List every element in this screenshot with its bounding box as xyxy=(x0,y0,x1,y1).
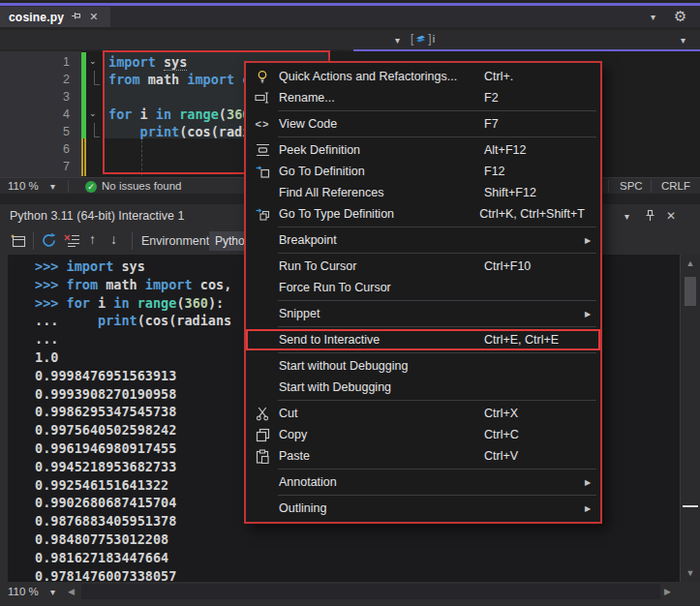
interactive-zoom-dropdown-icon[interactable]: ▾ xyxy=(50,588,55,597)
menu-item-view-code[interactable]: <>View CodeF7 xyxy=(246,113,600,135)
menu-item-paste[interactable]: PasteCtrl+V xyxy=(246,445,600,467)
menu-item-quick-actions-and-refactorings[interactable]: Quick Actions and Refactorings...Ctrl+. xyxy=(246,66,600,87)
menu-item-run-to-cursor[interactable]: Run To CursorCtrl+F10 xyxy=(246,256,600,277)
menu-item-shortcut: Alt+F12 xyxy=(484,143,585,157)
repl-line: ... print(cos(radians xyxy=(35,312,231,330)
tabstrip-dropdown-icon[interactable]: ▾ xyxy=(651,13,655,22)
scroll-marker xyxy=(683,505,698,507)
editor-gutter: 1234567 xyxy=(0,51,81,177)
menu-item-copy[interactable]: CopyCtrl+C xyxy=(246,424,600,445)
scroll-up-icon[interactable]: ▲ xyxy=(681,259,700,268)
menu-item-shortcut: Ctrl+V xyxy=(484,449,585,463)
scroll-left-icon[interactable]: ◀ xyxy=(68,588,75,596)
repl-line: >>> from math import cos, xyxy=(35,276,231,294)
repl-output: 0.984807753012208 xyxy=(35,530,231,549)
interactive-zoom-level[interactable]: 110 % xyxy=(8,586,39,597)
vs-window: cosine.py ✕ ▾ ⚙ ▾ [ ] i ▾ 1234567 ⌄ ⌄ xyxy=(0,0,700,606)
clear-all-icon[interactable] xyxy=(64,233,80,248)
fold-chevron-icon[interactable]: ⌄ xyxy=(89,109,97,118)
menu-item-cut[interactable]: CutCtrl+X xyxy=(246,403,600,424)
menu-item-snippet[interactable]: Snippet▶ xyxy=(246,303,600,324)
menu-separator xyxy=(278,495,596,496)
window-bottom-edge xyxy=(0,601,700,606)
scroll-thumb[interactable] xyxy=(685,277,696,306)
tab-close-icon[interactable]: ✕ xyxy=(89,12,98,22)
menu-item-go-to-definition[interactable]: Go To DefinitionF12 xyxy=(246,161,600,182)
space-indicator[interactable]: SPC xyxy=(620,180,643,192)
line-numbers: 1234567 xyxy=(0,53,70,175)
menu-item-annotation[interactable]: Annotation▶ xyxy=(246,471,600,493)
fold-chevron-icon[interactable]: ⌄ xyxy=(89,57,97,66)
repl-output: 1.0 xyxy=(35,348,231,367)
scroll-down-icon[interactable]: ▼ xyxy=(681,569,700,578)
change-bar-unsaved xyxy=(81,138,86,176)
history-next-icon[interactable]: ↓ xyxy=(110,231,117,247)
go-to-type-definition-icon xyxy=(246,207,279,221)
change-bar-saved xyxy=(81,52,86,138)
menu-item-start-with-debugging[interactable]: Start with Debugging xyxy=(246,377,600,398)
repl-output: 0.9993908270190958 xyxy=(35,385,231,404)
menu-item-send-to-interactive[interactable]: Send to InteractiveCtrl+E, Ctrl+E xyxy=(246,329,600,350)
repl-output: 0.992546151641322 xyxy=(35,476,231,495)
reset-icon[interactable] xyxy=(41,232,57,249)
repl-output: 0.9998476951563913 xyxy=(35,367,231,385)
menu-item-start-without-debugging[interactable]: Start without Debugging xyxy=(246,355,600,377)
menu-item-label: Run To Cursor xyxy=(279,259,484,273)
repl-output: 0.9961946980917455 xyxy=(35,439,231,458)
check-icon: ✓ xyxy=(85,181,97,193)
settings-gear-icon[interactable]: ⚙ xyxy=(674,9,686,23)
line-number: 6 xyxy=(0,140,70,158)
new-interactive-window-icon[interactable] xyxy=(10,233,26,249)
menu-item-label: Cut xyxy=(279,407,484,420)
paste-icon xyxy=(246,449,279,464)
repl-output: 0.9945218953682733 xyxy=(35,458,231,476)
repl-transcript: >>> import sys>>> from math import cos,>… xyxy=(35,258,231,582)
tab-title: cosine.py xyxy=(9,11,64,24)
submenu-arrow-icon: ▶ xyxy=(585,236,600,245)
interactive-pin-icon[interactable] xyxy=(644,209,656,223)
tab-pin-icon[interactable] xyxy=(71,12,82,23)
context-menu: Quick Actions and Refactorings...Ctrl+.R… xyxy=(244,61,602,524)
menu-separator xyxy=(278,469,596,470)
interactive-title: Python 3.11 (64-bit) Interactive 1 xyxy=(10,209,184,223)
horizontal-scrollbar[interactable] xyxy=(81,584,660,599)
copy-icon xyxy=(246,428,279,442)
menu-item-force-run-to-cursor[interactable]: Force Run To Cursor xyxy=(246,277,600,298)
menu-item-label: Go To Type Definition xyxy=(279,207,479,221)
menu-item-find-all-references[interactable]: Find All ReferencesShift+F12 xyxy=(246,182,600,203)
issues-status: No issues found xyxy=(102,180,181,192)
vertical-scrollbar[interactable]: ▲ ▼ xyxy=(680,255,700,582)
menu-item-shortcut: Ctrl+X xyxy=(484,407,585,420)
menu-separator xyxy=(278,227,596,227)
editor-tab-cosine[interactable]: cosine.py ✕ xyxy=(0,7,110,27)
menu-item-peek-definition[interactable]: Peek DefinitionAlt+F12 xyxy=(246,139,600,161)
fold-extent-guide xyxy=(94,71,100,85)
line-number: 1 xyxy=(0,53,70,71)
view-code-icon: <> xyxy=(246,119,279,130)
rename-icon xyxy=(246,91,279,105)
repl-output: 0.9781476007338057 xyxy=(35,567,231,582)
menu-item-label: Paste xyxy=(279,449,484,463)
nav-dropdown-icon[interactable]: ▾ xyxy=(395,36,400,45)
editor-zoom-dropdown-icon[interactable]: ▾ xyxy=(50,182,55,192)
nav-right-dropdown-icon[interactable]: ▾ xyxy=(681,36,685,45)
repl-output: 0.9902680687415704 xyxy=(35,494,231,512)
menu-item-go-to-type-definition[interactable]: Go To Type DefinitionCtrl+K, Ctrl+Shift+… xyxy=(246,203,600,225)
interactive-dropdown-icon[interactable]: ▾ xyxy=(624,212,629,222)
code-context-icon[interactable]: [ ] i xyxy=(411,32,435,45)
line-number: 2 xyxy=(0,71,70,88)
scroll-right-icon[interactable]: ▶ xyxy=(664,588,671,596)
menu-item-outlining[interactable]: Outlining▶ xyxy=(246,498,600,519)
menu-item-label: Find All References xyxy=(279,186,484,199)
line-ending-indicator[interactable]: CRLF xyxy=(661,180,690,192)
cut-icon xyxy=(246,407,279,421)
menu-item-label: Annotation xyxy=(279,475,484,489)
submenu-arrow-icon: ▶ xyxy=(585,504,600,513)
history-previous-icon[interactable]: ↑ xyxy=(89,231,96,247)
menu-item-breakpoint[interactable]: Breakpoint▶ xyxy=(246,229,600,251)
menu-item-rename[interactable]: Rename...F2 xyxy=(246,87,600,108)
fold-extent-guide xyxy=(94,123,100,137)
peek-definition-icon xyxy=(246,143,279,157)
editor-zoom-level[interactable]: 110 % xyxy=(8,180,39,192)
interactive-close-icon[interactable]: ✕ xyxy=(666,210,676,222)
